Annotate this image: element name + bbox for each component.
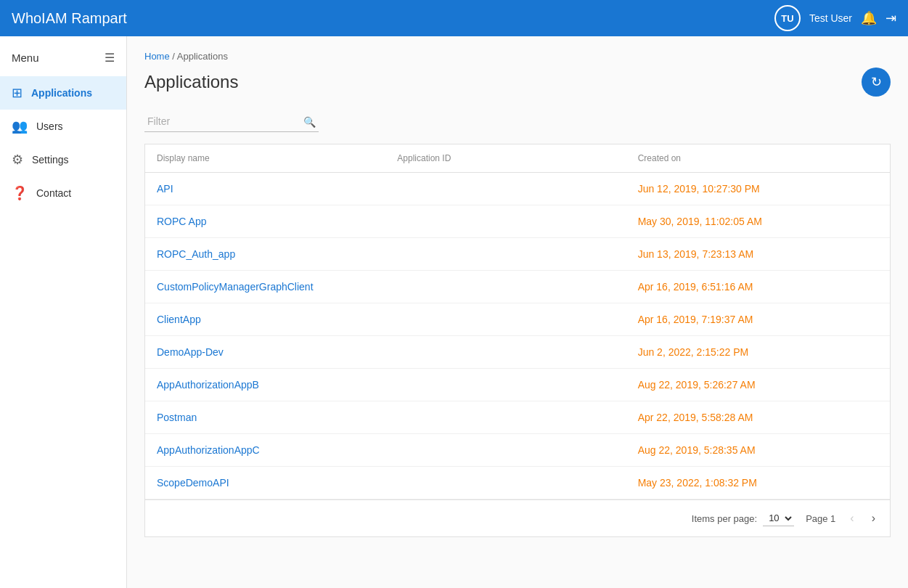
app-created: Jun 2, 2022, 2:15:22 PM <box>638 346 878 358</box>
username-label: Test User <box>809 12 852 24</box>
sidebar-item-applications[interactable]: ⊞ Applications <box>0 76 126 110</box>
col-created-on: Created on <box>638 153 878 163</box>
app-id <box>397 477 637 489</box>
app-id <box>397 216 637 227</box>
app-created: May 30, 2019, 11:02:05 AM <box>638 216 878 227</box>
header-right: TU Test User 🔔 ⇥ <box>774 5 896 31</box>
table-row[interactable]: API Jun 12, 2019, 10:27:30 PM <box>145 173 890 205</box>
app-created: Apr 16, 2019, 7:19:37 AM <box>638 314 878 325</box>
table-row[interactable]: AppAuthorizationAppB Aug 22, 2019, 5:26:… <box>145 369 890 401</box>
applications-icon: ⊞ <box>12 85 23 101</box>
col-display-name: Display name <box>157 153 397 163</box>
table-body: API Jun 12, 2019, 10:27:30 PM ROPC App M… <box>145 173 890 499</box>
search-icon: 🔍 <box>303 116 316 128</box>
sidebar-label-settings: Settings <box>32 154 69 166</box>
layout: Menu ☰ ⊞ Applications 👥 Users ⚙ Settings… <box>0 36 908 588</box>
app-header: WhoIAM Rampart TU Test User 🔔 ⇥ <box>0 0 908 36</box>
app-id <box>397 281 637 293</box>
table-row[interactable]: ROPC_Auth_app Jun 13, 2019, 7:23:13 AM <box>145 238 890 271</box>
sidebar-item-users[interactable]: 👥 Users <box>0 110 126 143</box>
app-name: ClientApp <box>157 314 397 325</box>
main-content: Home / Applications Applications ↻ 🔍 Dis… <box>127 36 908 588</box>
sidebar: Menu ☰ ⊞ Applications 👥 Users ⚙ Settings… <box>0 36 127 588</box>
filter-container: 🔍 <box>144 111 319 132</box>
app-id <box>397 183 637 195</box>
table-row[interactable]: DemoApp-Dev Jun 2, 2022, 2:15:22 PM <box>145 336 890 369</box>
table-row[interactable]: Postman Apr 22, 2019, 5:58:28 AM <box>145 401 890 434</box>
app-id <box>397 346 637 358</box>
items-per-page-label: Items per page: <box>692 513 757 524</box>
sidebar-item-contact[interactable]: ❓ Contact <box>0 176 126 210</box>
menu-header: Menu ☰ <box>0 45 126 76</box>
app-id <box>397 314 637 325</box>
sidebar-label-users: Users <box>36 121 63 132</box>
app-id <box>397 379 637 391</box>
notification-icon[interactable]: 🔔 <box>861 10 877 26</box>
app-name: AppAuthorizationAppC <box>157 444 397 456</box>
contact-icon: ❓ <box>12 185 28 201</box>
applications-table: Display name Application ID Created on A… <box>144 144 891 537</box>
app-id <box>397 444 637 456</box>
app-name: API <box>157 183 397 195</box>
table-row[interactable]: AppAuthorizationAppC Aug 22, 2019, 5:28:… <box>145 434 890 467</box>
table-row[interactable]: ClientApp Apr 16, 2019, 7:19:37 AM <box>145 303 890 336</box>
app-name: ScopeDemoAPI <box>157 477 397 489</box>
logout-icon[interactable]: ⇥ <box>885 10 896 26</box>
app-name: DemoApp-Dev <box>157 346 397 358</box>
table-header: Display name Application ID Created on <box>145 144 890 173</box>
app-created: Aug 22, 2019, 5:28:35 AM <box>638 444 878 456</box>
app-name: Postman <box>157 412 397 423</box>
col-app-id: Application ID <box>397 153 637 163</box>
settings-icon: ⚙ <box>12 152 23 168</box>
app-created: Apr 22, 2019, 5:58:28 AM <box>638 412 878 423</box>
app-name: CustomPolicyManagerGraphClient <box>157 281 397 293</box>
app-created: Apr 16, 2019, 6:51:16 AM <box>638 281 878 293</box>
users-icon: 👥 <box>12 118 28 134</box>
breadcrumb-home[interactable]: Home <box>144 51 170 62</box>
next-page-button[interactable]: › <box>869 509 878 528</box>
refresh-button[interactable]: ↻ <box>862 68 891 97</box>
app-created: May 23, 2022, 1:08:32 PM <box>638 477 878 489</box>
sidebar-item-settings[interactable]: ⚙ Settings <box>0 143 126 176</box>
sidebar-label-applications: Applications <box>31 87 92 99</box>
menu-label: Menu <box>12 52 39 64</box>
table-row[interactable]: ROPC App May 30, 2019, 11:02:05 AM <box>145 205 890 238</box>
page-title: Applications <box>144 72 238 92</box>
breadcrumb-current: Applications <box>177 51 228 62</box>
filter-input[interactable] <box>144 111 319 132</box>
hamburger-icon[interactable]: ☰ <box>105 51 115 65</box>
app-name: ROPC_Auth_app <box>157 248 397 260</box>
app-created: Aug 22, 2019, 5:26:27 AM <box>638 379 878 391</box>
app-id <box>397 248 637 260</box>
breadcrumb: Home / Applications <box>144 51 891 62</box>
pagination: Items per page: 5102550 Page 1 ‹ › <box>145 499 890 536</box>
avatar: TU <box>774 5 801 31</box>
app-title: WhoIAM Rampart <box>12 10 127 27</box>
page-info: Page 1 <box>806 513 835 524</box>
app-name: AppAuthorizationAppB <box>157 379 397 391</box>
app-created: Jun 13, 2019, 7:23:13 AM <box>638 248 878 260</box>
table-row[interactable]: ScopeDemoAPI May 23, 2022, 1:08:32 PM <box>145 467 890 499</box>
app-created: Jun 12, 2019, 10:27:30 PM <box>638 183 878 195</box>
app-name: ROPC App <box>157 216 397 227</box>
page-header: Applications ↻ <box>144 68 891 97</box>
sidebar-label-contact: Contact <box>36 187 71 199</box>
items-per-page-select[interactable]: 5102550 <box>763 510 794 526</box>
table-row[interactable]: CustomPolicyManagerGraphClient Apr 16, 2… <box>145 271 890 303</box>
items-per-page: Items per page: 5102550 <box>692 510 794 526</box>
app-id <box>397 412 637 423</box>
prev-page-button[interactable]: ‹ <box>847 509 856 528</box>
